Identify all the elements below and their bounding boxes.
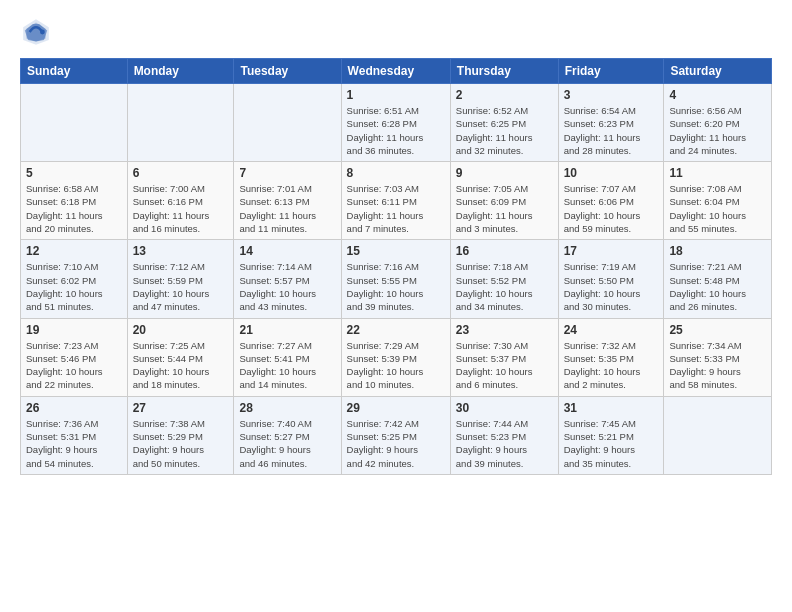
day-info: Sunrise: 7:01 AM Sunset: 6:13 PM Dayligh… [239,182,335,235]
logo [20,16,56,48]
day-info: Sunrise: 6:51 AM Sunset: 6:28 PM Dayligh… [347,104,445,157]
day-info: Sunrise: 7:36 AM Sunset: 5:31 PM Dayligh… [26,417,122,470]
day-info: Sunrise: 7:44 AM Sunset: 5:23 PM Dayligh… [456,417,553,470]
calendar-cell: 3Sunrise: 6:54 AM Sunset: 6:23 PM Daylig… [558,84,664,162]
calendar-cell: 1Sunrise: 6:51 AM Sunset: 6:28 PM Daylig… [341,84,450,162]
calendar-cell: 10Sunrise: 7:07 AM Sunset: 6:06 PM Dayli… [558,162,664,240]
calendar-cell: 25Sunrise: 7:34 AM Sunset: 5:33 PM Dayli… [664,318,772,396]
day-info: Sunrise: 7:30 AM Sunset: 5:37 PM Dayligh… [456,339,553,392]
day-number: 18 [669,244,766,258]
day-number: 14 [239,244,335,258]
day-number: 12 [26,244,122,258]
day-info: Sunrise: 7:40 AM Sunset: 5:27 PM Dayligh… [239,417,335,470]
day-info: Sunrise: 7:38 AM Sunset: 5:29 PM Dayligh… [133,417,229,470]
calendar-cell: 27Sunrise: 7:38 AM Sunset: 5:29 PM Dayli… [127,396,234,474]
day-number: 22 [347,323,445,337]
weekday-header-saturday: Saturday [664,59,772,84]
calendar-week-row: 5Sunrise: 6:58 AM Sunset: 6:18 PM Daylig… [21,162,772,240]
calendar-cell [127,84,234,162]
logo-icon [20,16,52,48]
calendar-cell: 31Sunrise: 7:45 AM Sunset: 5:21 PM Dayli… [558,396,664,474]
calendar-cell: 23Sunrise: 7:30 AM Sunset: 5:37 PM Dayli… [450,318,558,396]
day-info: Sunrise: 7:25 AM Sunset: 5:44 PM Dayligh… [133,339,229,392]
day-number: 11 [669,166,766,180]
day-info: Sunrise: 6:58 AM Sunset: 6:18 PM Dayligh… [26,182,122,235]
calendar-week-row: 26Sunrise: 7:36 AM Sunset: 5:31 PM Dayli… [21,396,772,474]
calendar-cell: 13Sunrise: 7:12 AM Sunset: 5:59 PM Dayli… [127,240,234,318]
day-number: 1 [347,88,445,102]
calendar-cell [234,84,341,162]
day-info: Sunrise: 7:03 AM Sunset: 6:11 PM Dayligh… [347,182,445,235]
day-info: Sunrise: 7:08 AM Sunset: 6:04 PM Dayligh… [669,182,766,235]
calendar-week-row: 19Sunrise: 7:23 AM Sunset: 5:46 PM Dayli… [21,318,772,396]
calendar-cell [664,396,772,474]
day-number: 31 [564,401,659,415]
day-number: 19 [26,323,122,337]
header [20,16,772,48]
day-info: Sunrise: 7:12 AM Sunset: 5:59 PM Dayligh… [133,260,229,313]
day-number: 20 [133,323,229,337]
day-info: Sunrise: 6:54 AM Sunset: 6:23 PM Dayligh… [564,104,659,157]
day-info: Sunrise: 7:19 AM Sunset: 5:50 PM Dayligh… [564,260,659,313]
day-number: 2 [456,88,553,102]
day-number: 6 [133,166,229,180]
calendar-cell: 26Sunrise: 7:36 AM Sunset: 5:31 PM Dayli… [21,396,128,474]
day-info: Sunrise: 7:05 AM Sunset: 6:09 PM Dayligh… [456,182,553,235]
day-number: 5 [26,166,122,180]
day-number: 10 [564,166,659,180]
day-number: 25 [669,323,766,337]
calendar-week-row: 12Sunrise: 7:10 AM Sunset: 6:02 PM Dayli… [21,240,772,318]
calendar-cell: 12Sunrise: 7:10 AM Sunset: 6:02 PM Dayli… [21,240,128,318]
day-info: Sunrise: 7:07 AM Sunset: 6:06 PM Dayligh… [564,182,659,235]
calendar-cell: 6Sunrise: 7:00 AM Sunset: 6:16 PM Daylig… [127,162,234,240]
day-info: Sunrise: 7:21 AM Sunset: 5:48 PM Dayligh… [669,260,766,313]
day-info: Sunrise: 7:16 AM Sunset: 5:55 PM Dayligh… [347,260,445,313]
calendar-cell: 28Sunrise: 7:40 AM Sunset: 5:27 PM Dayli… [234,396,341,474]
weekday-header-sunday: Sunday [21,59,128,84]
weekday-header-wednesday: Wednesday [341,59,450,84]
day-info: Sunrise: 7:14 AM Sunset: 5:57 PM Dayligh… [239,260,335,313]
calendar-cell: 15Sunrise: 7:16 AM Sunset: 5:55 PM Dayli… [341,240,450,318]
calendar-cell: 16Sunrise: 7:18 AM Sunset: 5:52 PM Dayli… [450,240,558,318]
calendar-cell: 29Sunrise: 7:42 AM Sunset: 5:25 PM Dayli… [341,396,450,474]
day-number: 4 [669,88,766,102]
day-info: Sunrise: 7:10 AM Sunset: 6:02 PM Dayligh… [26,260,122,313]
day-number: 15 [347,244,445,258]
day-number: 27 [133,401,229,415]
day-info: Sunrise: 7:23 AM Sunset: 5:46 PM Dayligh… [26,339,122,392]
page: SundayMondayTuesdayWednesdayThursdayFrid… [0,0,792,612]
calendar-cell: 24Sunrise: 7:32 AM Sunset: 5:35 PM Dayli… [558,318,664,396]
calendar-cell: 21Sunrise: 7:27 AM Sunset: 5:41 PM Dayli… [234,318,341,396]
day-info: Sunrise: 7:00 AM Sunset: 6:16 PM Dayligh… [133,182,229,235]
day-number: 13 [133,244,229,258]
calendar-week-row: 1Sunrise: 6:51 AM Sunset: 6:28 PM Daylig… [21,84,772,162]
weekday-header-monday: Monday [127,59,234,84]
calendar-cell: 9Sunrise: 7:05 AM Sunset: 6:09 PM Daylig… [450,162,558,240]
calendar-cell: 8Sunrise: 7:03 AM Sunset: 6:11 PM Daylig… [341,162,450,240]
weekday-header-thursday: Thursday [450,59,558,84]
calendar-cell: 5Sunrise: 6:58 AM Sunset: 6:18 PM Daylig… [21,162,128,240]
day-number: 3 [564,88,659,102]
calendar-cell: 30Sunrise: 7:44 AM Sunset: 5:23 PM Dayli… [450,396,558,474]
day-number: 16 [456,244,553,258]
calendar-cell: 20Sunrise: 7:25 AM Sunset: 5:44 PM Dayli… [127,318,234,396]
day-number: 7 [239,166,335,180]
day-number: 17 [564,244,659,258]
day-number: 9 [456,166,553,180]
calendar-cell: 11Sunrise: 7:08 AM Sunset: 6:04 PM Dayli… [664,162,772,240]
calendar-cell: 14Sunrise: 7:14 AM Sunset: 5:57 PM Dayli… [234,240,341,318]
calendar-cell: 19Sunrise: 7:23 AM Sunset: 5:46 PM Dayli… [21,318,128,396]
calendar-cell: 18Sunrise: 7:21 AM Sunset: 5:48 PM Dayli… [664,240,772,318]
day-info: Sunrise: 7:34 AM Sunset: 5:33 PM Dayligh… [669,339,766,392]
calendar-cell [21,84,128,162]
day-info: Sunrise: 7:45 AM Sunset: 5:21 PM Dayligh… [564,417,659,470]
calendar-table: SundayMondayTuesdayWednesdayThursdayFrid… [20,58,772,475]
calendar-cell: 7Sunrise: 7:01 AM Sunset: 6:13 PM Daylig… [234,162,341,240]
day-info: Sunrise: 7:42 AM Sunset: 5:25 PM Dayligh… [347,417,445,470]
day-number: 28 [239,401,335,415]
day-number: 21 [239,323,335,337]
day-number: 30 [456,401,553,415]
day-info: Sunrise: 7:32 AM Sunset: 5:35 PM Dayligh… [564,339,659,392]
calendar-cell: 4Sunrise: 6:56 AM Sunset: 6:20 PM Daylig… [664,84,772,162]
weekday-header-row: SundayMondayTuesdayWednesdayThursdayFrid… [21,59,772,84]
